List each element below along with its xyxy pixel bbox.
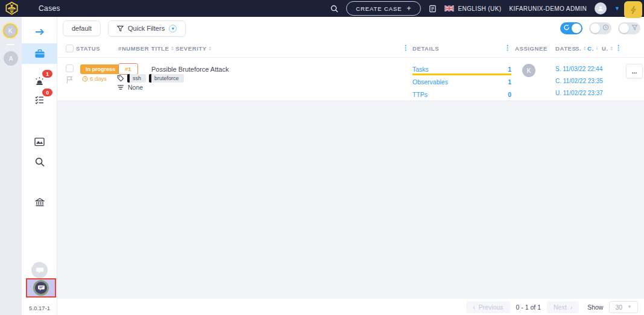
- select-all-checkbox[interactable]: [66, 45, 74, 52]
- previous-page-button[interactable]: ‹ Previous: [466, 301, 510, 313]
- sort-desc-icon: ↓: [596, 45, 599, 51]
- column-header-dates[interactable]: DATES: [555, 45, 576, 52]
- header-label: S.: [575, 45, 581, 52]
- cases-page: default Quick Filters ▼: [57, 17, 644, 315]
- previous-label: Previous: [479, 304, 504, 311]
- filter-lines-icon: [117, 84, 124, 90]
- column-header-created-date[interactable]: C. ↓: [587, 45, 598, 52]
- show-label: Show: [587, 304, 603, 311]
- quick-filters-button[interactable]: Quick Filters ▼: [108, 20, 186, 37]
- start-date: S. 11/03/22 22:44: [555, 66, 602, 72]
- org-initial: A: [9, 55, 13, 62]
- sidebar-expand-button[interactable]: [22, 23, 57, 41]
- briefcase-icon: [34, 49, 45, 58]
- magnifier-icon: [35, 157, 45, 167]
- clock-icon: [82, 76, 88, 82]
- detail-observables[interactable]: Observables 1: [412, 75, 511, 88]
- column-options-icon[interactable]: ⋮: [615, 44, 622, 52]
- docs-icon[interactable]: [429, 5, 437, 13]
- org-avatar-current[interactable]: K: [3, 23, 17, 38]
- organisation-strip: K A: [0, 17, 22, 315]
- created-date: C. 11/02/22 23:35: [555, 78, 603, 84]
- row-checkbox[interactable]: [66, 64, 74, 72]
- quick-filters-label: Quick Filters: [128, 25, 165, 32]
- uk-flag-icon: [444, 5, 454, 11]
- pagination-bar: ‹ Previous 0 - 1 of 1 Next › Show 30 ▼: [57, 299, 644, 315]
- language-selector[interactable]: ENGLISH (UK): [444, 5, 501, 12]
- case-row[interactable]: In progress 6 days #1 Possible Bruteforc…: [57, 58, 644, 101]
- next-label: Next: [554, 304, 567, 311]
- timeline-toggle[interactable]: [589, 22, 611, 34]
- updated-date: U. 11/02/22 23:37: [555, 90, 603, 96]
- live-stream-button[interactable]: [624, 1, 642, 18]
- case-title[interactable]: Possible Bruteforce Attack: [151, 66, 229, 73]
- create-case-button[interactable]: CREATE CASE +: [346, 1, 421, 16]
- tag-chip[interactable]: bruteforce: [149, 74, 184, 83]
- column-header-severity[interactable]: SEVERITY ▲▼: [175, 45, 212, 52]
- funnel-small-icon: [631, 24, 638, 31]
- sidebar-item-tasks[interactable]: 0: [22, 91, 57, 109]
- detail-value: 0: [508, 91, 511, 98]
- user-avatar[interactable]: [595, 2, 607, 14]
- column-header-status[interactable]: STATUS: [76, 45, 100, 52]
- header-label: ASSIGNEE: [515, 45, 548, 52]
- status-badge: In progress: [80, 64, 121, 74]
- sync-icon: [563, 24, 570, 31]
- toggle-knob: [572, 23, 581, 33]
- chat-widget-highlight: [26, 278, 56, 298]
- language-label: ENGLISH (UK): [458, 5, 501, 12]
- sidebar-item-dashboards[interactable]: [22, 133, 57, 151]
- case-age: 6 days: [82, 75, 107, 82]
- toggle-knob: [619, 23, 629, 33]
- org-divider: [7, 44, 14, 45]
- sort-icon: ▲▼: [209, 46, 212, 51]
- page-size-select[interactable]: 30 ▼: [609, 301, 638, 313]
- active-detail-underline: [412, 73, 511, 75]
- sidebar-item-organisation[interactable]: [22, 193, 57, 211]
- page-size-value: 30: [615, 304, 622, 311]
- column-header-start-date[interactable]: S. ▲▼: [575, 45, 587, 52]
- thehive-logo-icon[interactable]: [0, 0, 23, 17]
- flag-icon[interactable]: [66, 76, 73, 84]
- sidebar-item-search[interactable]: [22, 153, 57, 171]
- tag-icon: [117, 75, 124, 82]
- top-bar: Cases CREATE CASE + ENGLISH (UK): [0, 0, 644, 17]
- auto-refresh-toggle[interactable]: [560, 22, 582, 34]
- chevron-left-icon: ‹: [473, 304, 475, 311]
- next-page-button[interactable]: Next ›: [547, 301, 579, 313]
- filters-panel-toggle[interactable]: [618, 22, 640, 34]
- column-header-updated-date[interactable]: U. ▲▼: [602, 45, 613, 52]
- column-options-icon[interactable]: ⋮: [504, 44, 511, 52]
- tasks-badge: 0: [42, 89, 52, 96]
- alerts-badge: 1: [42, 70, 52, 78]
- assignee-avatar[interactable]: K: [522, 64, 535, 77]
- default-filter-button[interactable]: default: [63, 20, 101, 36]
- column-header-number[interactable]: #NUMBER ▲▼: [118, 45, 154, 52]
- main-sidebar: 1 0 5.0.17-1: [22, 17, 57, 315]
- header-label: DETAILS: [412, 45, 439, 52]
- sidebar-item-alerts[interactable]: 1: [22, 72, 57, 90]
- default-filter-label: default: [72, 25, 92, 32]
- column-header-details[interactable]: DETAILS: [412, 45, 439, 52]
- funnel-icon: [117, 25, 124, 32]
- details-block: Tasks 1 Observables 1 TTPs 0: [412, 63, 511, 101]
- header-label: C.: [587, 45, 594, 52]
- chevron-down-icon: ▼: [627, 304, 632, 310]
- column-header-assignee[interactable]: ASSIGNEE: [515, 45, 548, 52]
- row-more-button[interactable]: ...: [626, 64, 643, 78]
- chat-widget-button[interactable]: [33, 280, 49, 296]
- search-icon[interactable]: [330, 5, 338, 13]
- bank-icon: [35, 198, 45, 207]
- chevron-down-icon[interactable]: ▼: [614, 5, 620, 11]
- org-avatar-admin[interactable]: A: [4, 51, 18, 66]
- sidebar-item-cases[interactable]: [22, 43, 57, 64]
- tag-chip[interactable]: ssh: [127, 74, 146, 83]
- feedback-bubble-icon[interactable]: [31, 262, 48, 278]
- detail-ttps[interactable]: TTPs 0: [412, 88, 511, 101]
- sort-icon: ▲▼: [171, 46, 174, 51]
- case-number[interactable]: #1: [118, 63, 138, 75]
- plus-icon: +: [407, 4, 412, 13]
- column-header-title[interactable]: TITLE ▲▼: [151, 45, 174, 52]
- column-options-icon[interactable]: ⋮: [402, 44, 409, 52]
- org-initial: K: [8, 28, 13, 34]
